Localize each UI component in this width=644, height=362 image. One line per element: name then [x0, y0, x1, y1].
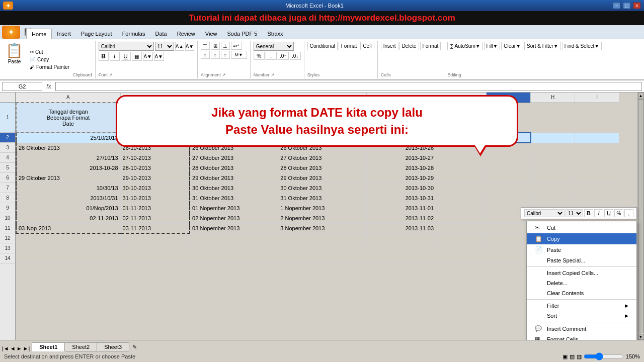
- tab-view[interactable]: View: [200, 29, 222, 39]
- cell-c6[interactable]: 29 Oktober 2013: [190, 173, 278, 183]
- ctx-insert-copied[interactable]: Insert Copied Cells...: [527, 268, 636, 278]
- mini-font-select[interactable]: Calibri: [524, 209, 565, 217]
- cell-f6[interactable]: [436, 173, 487, 183]
- font-size-select[interactable]: 11: [155, 42, 174, 51]
- sort-filter-button[interactable]: Sort & Filter▼: [524, 42, 561, 50]
- cell-i6[interactable]: [575, 173, 619, 183]
- cell-b4[interactable]: 27-10-2013: [120, 153, 190, 163]
- cell-f5[interactable]: [436, 163, 487, 173]
- cell-g7[interactable]: [487, 183, 531, 193]
- tab-review[interactable]: Review: [172, 29, 200, 39]
- mini-comma-button[interactable]: ,: [624, 209, 633, 217]
- cell-c4[interactable]: 27 Oktober 2013: [190, 153, 278, 163]
- cell-a7[interactable]: 10/30/13: [16, 183, 120, 193]
- col-header-i[interactable]: I: [575, 93, 619, 103]
- ctx-paste-special[interactable]: Paste Special...: [527, 255, 636, 265]
- cell-i3[interactable]: [575, 143, 619, 153]
- cell-h6[interactable]: [531, 173, 575, 183]
- view-preview-button[interactable]: ▥: [577, 353, 582, 360]
- cell-d7[interactable]: 30 Oktober 2013: [278, 183, 367, 193]
- font-color-button[interactable]: A▼: [154, 52, 164, 61]
- sheet-tab-1[interactable]: Sheet1: [32, 342, 65, 351]
- vertical-scrollbar[interactable]: ▲ ▼: [637, 93, 644, 340]
- cell-d10[interactable]: 2 Nopember 2013: [278, 213, 367, 223]
- fill-color-button[interactable]: A▼: [143, 52, 153, 61]
- cell-a6[interactable]: 29 Oktober 2013: [16, 173, 120, 183]
- number-format-select[interactable]: General: [254, 42, 294, 51]
- cell-c7[interactable]: 30 Oktober 2013: [190, 183, 278, 193]
- cell-d5[interactable]: 28 Oktober 2013: [278, 163, 367, 173]
- tab-soda[interactable]: Soda PDF 5: [222, 29, 262, 39]
- name-box[interactable]: [2, 82, 42, 91]
- increase-decimal-button[interactable]: .0↑: [278, 52, 289, 60]
- ctx-paste[interactable]: 📄 Paste: [527, 244, 636, 255]
- sheet-insert-button[interactable]: ✎: [129, 343, 140, 351]
- cell-f9[interactable]: [436, 203, 487, 213]
- cell-i2[interactable]: [575, 133, 619, 143]
- cell-a2[interactable]: 25/10/2013: [16, 133, 120, 143]
- ctx-delete[interactable]: Delete...: [527, 278, 636, 288]
- cell-i4[interactable]: [575, 153, 619, 163]
- bold-button[interactable]: B: [99, 52, 109, 61]
- zoom-slider[interactable]: [584, 352, 624, 360]
- font-family-select[interactable]: Calibri: [99, 42, 154, 51]
- cell-b10[interactable]: 02-11-2013: [120, 213, 190, 223]
- minimize-button[interactable]: −: [613, 2, 621, 9]
- tab-home[interactable]: Home: [26, 29, 52, 39]
- cell-c5[interactable]: 28 Oktober 2013: [190, 163, 278, 173]
- align-center-button[interactable]: ≡: [211, 51, 220, 59]
- cell-f11[interactable]: [436, 223, 487, 233]
- percent-button[interactable]: %: [254, 52, 265, 60]
- tab-straxx[interactable]: Straxx: [262, 29, 288, 39]
- mini-italic-button[interactable]: I: [594, 209, 603, 217]
- tab-data[interactable]: Data: [150, 29, 172, 39]
- delete-cells-button[interactable]: Delete: [399, 42, 419, 50]
- cell-e8[interactable]: 2013-10-31: [366, 193, 436, 203]
- cell-c9[interactable]: 01 Nopember 2013: [190, 203, 278, 213]
- conditional-formatting-button[interactable]: Conditional: [307, 42, 338, 50]
- align-left-button[interactable]: ≡: [201, 51, 210, 59]
- ctx-cut[interactable]: ✂ Cut: [527, 222, 636, 233]
- cell-c10[interactable]: 02 Nopember 2013: [190, 213, 278, 223]
- sheet-nav-next[interactable]: ►: [17, 345, 22, 351]
- cell-g11[interactable]: [487, 223, 531, 233]
- cell-d11[interactable]: 3 Nopember 2013: [278, 223, 367, 233]
- cell-a9[interactable]: 01/Nop/2013: [16, 203, 120, 213]
- fill-button[interactable]: Fill▼: [484, 42, 501, 50]
- copy-button[interactable]: 📄 Copy: [28, 56, 71, 63]
- office-button[interactable]: ✦: [2, 26, 20, 39]
- decrease-decimal-button[interactable]: .0↓: [290, 52, 301, 60]
- cell-d4[interactable]: 27 Oktober 2013: [278, 153, 367, 163]
- header-cell-a1[interactable]: Tanggal denganBeberapa FormatDate: [16, 103, 120, 133]
- ctx-copy[interactable]: 📋 Copy: [527, 233, 636, 244]
- cell-a3[interactable]: 26 Oktober 2013: [16, 143, 120, 153]
- cell-e11[interactable]: 2013-11-03: [366, 223, 436, 233]
- cell-f10[interactable]: [436, 213, 487, 223]
- cell-h1[interactable]: [531, 103, 575, 133]
- cell-f7[interactable]: [436, 183, 487, 193]
- cell-b6[interactable]: 29-10-2013: [120, 173, 190, 183]
- sheet-tab-3[interactable]: Sheet3: [97, 342, 129, 351]
- comma-button[interactable]: ,: [266, 52, 277, 60]
- cell-a12[interactable]: [16, 233, 120, 243]
- cell-f8[interactable]: [436, 193, 487, 203]
- cell-g6[interactable]: [487, 173, 531, 183]
- format-as-table-button[interactable]: Format: [339, 42, 360, 50]
- format-painter-button[interactable]: 🖌 Format Painter: [28, 64, 71, 70]
- formula-input[interactable]: [55, 82, 642, 91]
- cell-e12[interactable]: [366, 233, 436, 243]
- col-header-a[interactable]: A: [16, 93, 120, 103]
- cell-b12[interactable]: [120, 233, 190, 243]
- align-top-button[interactable]: ⊤: [201, 42, 210, 50]
- autosum-button[interactable]: ∑ AutoSum▼: [447, 42, 482, 50]
- tab-page-layout[interactable]: Page Layout: [76, 29, 117, 39]
- cell-e6[interactable]: 2013-10-29: [366, 173, 436, 183]
- cell-i1[interactable]: [575, 103, 619, 133]
- sheet-nav-first[interactable]: |◄: [2, 345, 9, 351]
- cell-b8[interactable]: 31-10-2013: [120, 193, 190, 203]
- cell-h2[interactable]: [531, 133, 575, 143]
- cell-g5[interactable]: [487, 163, 531, 173]
- cell-d6[interactable]: 29 Oktober 2013: [278, 173, 367, 183]
- cell-a4[interactable]: 27/10/13: [16, 153, 120, 163]
- ctx-format-cells[interactable]: ▦ Format Cells...: [527, 334, 636, 340]
